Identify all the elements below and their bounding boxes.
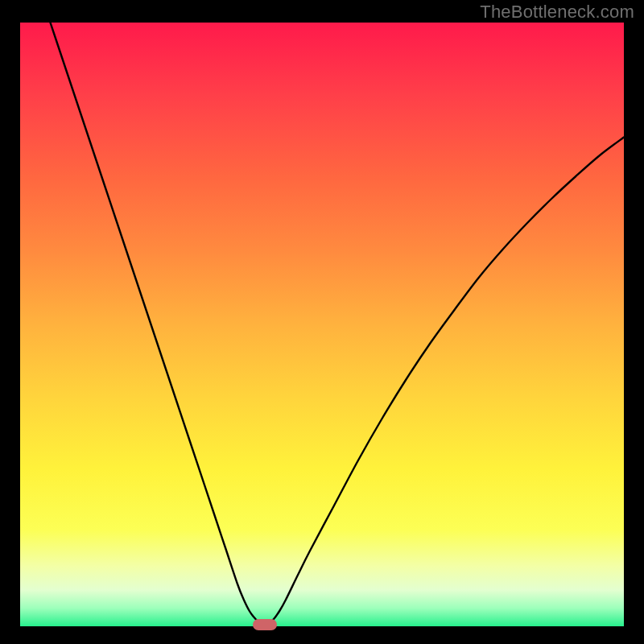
plot-area [20, 23, 624, 626]
optimal-marker [253, 619, 277, 630]
chart-frame: TheBottleneck.com [0, 0, 644, 644]
watermark-text: TheBottleneck.com [480, 2, 634, 23]
bottleneck-curve [20, 23, 624, 626]
